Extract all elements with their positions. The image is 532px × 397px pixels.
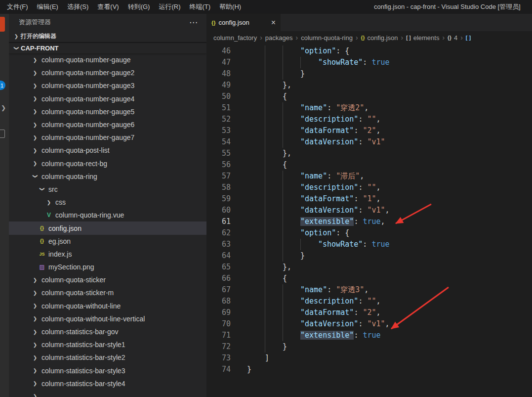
tree-item-column-statistics-bar-style2[interactable]: ❯column-statistics-bar-style2 — [9, 351, 206, 364]
tree-item-partial[interactable]: ❯ — [9, 390, 206, 397]
code-area[interactable]: 46"option": {47"showRate": true48}49},50… — [206, 44, 532, 397]
code-line-48[interactable]: 48} — [206, 68, 532, 80]
code-line-57[interactable]: 57"name": "滞后", — [206, 171, 532, 182]
breadcrumb-separator: › — [401, 34, 404, 42]
token-punc: { — [283, 160, 287, 169]
activity-bar[interactable]: 1 ❯ — [0, 14, 9, 397]
menu-item-7[interactable]: 帮助(H) — [215, 0, 246, 14]
code-line-64[interactable]: 64} — [206, 250, 532, 262]
tree-item-column-quota-number-gauge4[interactable]: ❯column-quota-number-gauge4 — [9, 92, 206, 105]
tree-item-column-quota-without-line[interactable]: ❯column-quota-without-line — [9, 300, 206, 312]
breadcrumb-item-config.json[interactable]: {}config.json — [361, 34, 398, 42]
code-line-56[interactable]: 56{ — [206, 159, 532, 171]
window-title: config.json - cap-front - Visual Studio … — [374, 0, 521, 14]
code-line-53[interactable]: 53"dataFormat": "2", — [206, 125, 532, 136]
activity-icon-partial[interactable] — [0, 17, 5, 32]
code-line-62[interactable]: 62"option": { — [206, 227, 532, 239]
code-line-69[interactable]: 69"dataFormat": "2", — [206, 307, 532, 318]
token-str: "2" — [363, 308, 376, 317]
tree-item-column-quota-sticker[interactable]: ❯column-quota-sticker — [9, 273, 206, 286]
tree-item-column-quota-ring.vue[interactable]: Vcolumn-quota-ring.vue — [9, 209, 206, 221]
indent-guide — [283, 216, 283, 227]
tree-item-column-quota-number-gauge3[interactable]: ❯column-quota-number-gauge3 — [9, 79, 206, 92]
tree-item-column-quota-number-gauge5[interactable]: ❯column-quota-number-gauge5 — [9, 105, 206, 118]
code-line-61[interactable]: 61"extensible": true, — [206, 216, 532, 227]
code-line-74[interactable]: 74} — [206, 364, 532, 375]
workspace-label: CAP-FRONT — [21, 44, 59, 52]
token-key: "dataFormat" — [300, 126, 354, 135]
tree-item-column-quota-number-gauge[interactable]: ❯column-quota-number-gauge — [9, 53, 206, 66]
code-line-46[interactable]: 46"option": { — [206, 45, 532, 57]
menu-item-2[interactable]: 选择(S) — [63, 0, 93, 14]
code-line-54[interactable]: 54"dataVersion": "v1" — [206, 136, 532, 148]
code-line-47[interactable]: 47"showRate": true — [206, 57, 532, 68]
code-line-65[interactable]: 65}, — [206, 262, 532, 273]
line-content: { — [247, 91, 532, 102]
tree-item-css[interactable]: ❯css — [9, 196, 206, 209]
code-line-68[interactable]: 68"description": "", — [206, 296, 532, 307]
breadcrumb-item-4[interactable]: {}4 — [448, 34, 457, 42]
code-line-70[interactable]: 70"dataVersion": "v1", — [206, 318, 532, 330]
token-punc: : { — [336, 46, 349, 55]
tree-item-column-statistics-bar-style3[interactable]: ❯column-statistics-bar-style3 — [9, 364, 206, 377]
tree-item-mySection.png[interactable]: ▨mySection.png — [9, 261, 206, 273]
line-number: 74 — [206, 364, 247, 375]
code-line-59[interactable]: 59"dataFormat": "1", — [206, 193, 532, 205]
tab-config-json[interactable]: {} config.json × — [206, 14, 281, 31]
menu-item-6[interactable]: 终端(T) — [185, 0, 215, 14]
tree-item-column-quota-sticker-m[interactable]: ❯column-quota-sticker-m — [9, 286, 206, 299]
code-line-58[interactable]: 58"description": "", — [206, 182, 532, 193]
code-line-51[interactable]: 51"name": "穿透2", — [206, 102, 532, 114]
workspace-section[interactable]: ❯ CAP-FRONT — [9, 43, 206, 53]
menu-item-3[interactable]: 查看(V) — [93, 0, 123, 14]
breadcrumb-item-column_factory[interactable]: column_factory — [213, 34, 257, 42]
open-editors-section[interactable]: ❯ 打开的编辑器 — [9, 31, 206, 43]
menu-item-0[interactable]: 文件(F) — [2, 0, 33, 14]
code-line-52[interactable]: 52"description": "", — [206, 114, 532, 125]
code-line-50[interactable]: 50{ — [206, 91, 532, 102]
breadcrumb-item-packages[interactable]: packages — [265, 34, 293, 42]
code-line-63[interactable]: 63"showRate": true — [206, 239, 532, 250]
code-line-66[interactable]: 66{ — [206, 273, 532, 284]
tree-item-column-statistics-bar-style4[interactable]: ❯column-statistics-bar-style4 — [9, 377, 206, 390]
js-file-icon: JS — [38, 252, 46, 257]
indent-guide — [283, 125, 283, 136]
code-line-60[interactable]: 60"dataVersion": "v1", — [206, 205, 532, 216]
breadcrumb-item-column-quota-ring[interactable]: column-quota-ring — [301, 34, 353, 42]
tree-item-column-quota-ring[interactable]: ❯column-quota-ring — [9, 170, 206, 183]
tree-item-config.json[interactable]: {}config.json — [9, 221, 206, 234]
token-punc: : — [327, 103, 336, 112]
tree-item-column-statistics-bar-style1[interactable]: ❯column-statistics-bar-style1 — [9, 338, 206, 351]
close-icon[interactable]: × — [271, 18, 276, 27]
tree-item-column-quota-number-gauge7[interactable]: ❯column-quota-number-gauge7 — [9, 131, 206, 144]
token-punc: , — [376, 194, 381, 203]
code-line-71[interactable]: 71"extensible": true — [206, 330, 532, 341]
tree-item-column-quota-rect-bg[interactable]: ❯column-quota-rect-bg — [9, 157, 206, 170]
breadcrumb-separator: › — [295, 34, 298, 42]
more-actions-icon[interactable]: ⋯ — [189, 17, 199, 28]
tree-item-src[interactable]: ❯src — [9, 183, 206, 196]
code-line-49[interactable]: 49}, — [206, 80, 532, 91]
tree-item-label: index.js — [48, 250, 72, 258]
menu-item-1[interactable]: 编辑(E) — [33, 0, 63, 14]
breadcrumb-item-elements[interactable]: [ ]elements — [406, 34, 439, 42]
indent-guide — [283, 318, 283, 330]
tree-item-column-quota-number-gauge6[interactable]: ❯column-quota-number-gauge6 — [9, 118, 206, 131]
code-line-67[interactable]: 67"name": "穿透3", — [206, 284, 532, 296]
token-key: "dataVersion" — [300, 206, 358, 215]
menu-item-5[interactable]: 运行(R) — [154, 0, 185, 14]
tree-item-column-statistics-bar-gov[interactable]: ❯column-statistics-bar-gov — [9, 325, 206, 338]
tree-item-label: column-quota-without-line-vertical — [41, 315, 145, 323]
code-line-55[interactable]: 55}, — [206, 148, 532, 159]
menu-item-4[interactable]: 转到(G) — [123, 0, 155, 14]
tree-item-index.js[interactable]: JSindex.js — [9, 248, 206, 261]
chevron-right-icon: ❯ — [31, 96, 40, 101]
tree-item-column-quota-without-line-vertical[interactable]: ❯column-quota-without-line-vertical — [9, 312, 206, 325]
tree-item-column-quota-number-gauge2[interactable]: ❯column-quota-number-gauge2 — [9, 66, 206, 79]
chevron-right-icon[interactable]: ❯ — [1, 104, 6, 111]
code-line-73[interactable]: 73] — [206, 353, 532, 364]
tree-item-eg.json[interactable]: {}eg.json — [9, 235, 206, 248]
code-line-72[interactable]: 72} — [206, 341, 532, 353]
activity-icon-box[interactable] — [0, 130, 5, 138]
tree-item-column-quota-post-list[interactable]: ❯column-quota-post-list — [9, 144, 206, 157]
